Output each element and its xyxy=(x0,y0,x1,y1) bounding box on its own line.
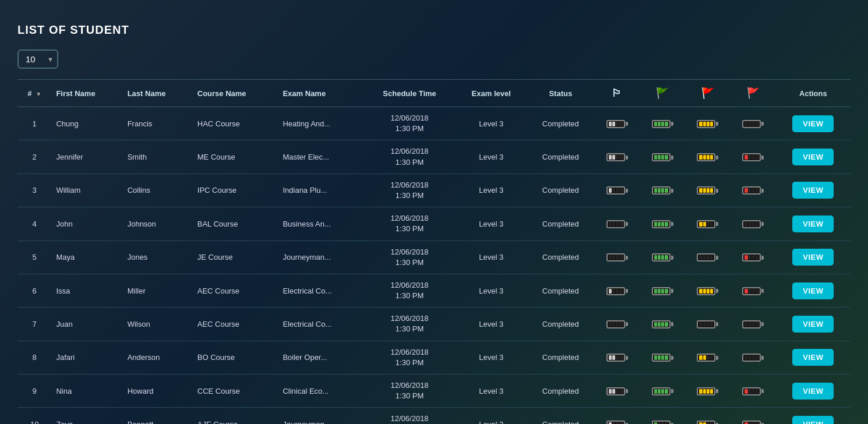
table-row: 5MayaJonesJE CourseJourneyman...12/06/20… xyxy=(17,241,851,274)
cell-exam-name: Heating And... xyxy=(278,107,364,140)
col-actions: Actions xyxy=(776,80,851,107)
cell-green-bat xyxy=(640,274,685,307)
cell-action: VIEW xyxy=(776,274,851,307)
cell-green-bat xyxy=(640,140,685,174)
cell-exam-name: Electrical Co... xyxy=(278,274,364,307)
table-row: 9NinaHowardCCE CourseClinical Eco...12/0… xyxy=(17,374,851,408)
view-button[interactable]: VIEW xyxy=(792,182,834,199)
cell-last-name: Jones xyxy=(123,241,193,274)
cell-green-bat xyxy=(640,341,685,374)
cell-green-bat xyxy=(640,207,685,241)
cell-red-bat xyxy=(731,274,776,307)
white-flag-icon: 🏳 xyxy=(612,87,622,100)
cell-yellow-bat xyxy=(685,274,731,307)
cell-yellow-bat xyxy=(685,174,731,207)
cell-course-name: JE Course xyxy=(193,241,278,274)
table-row: 4JohnJohnsonBAL CourseBusiness An...12/0… xyxy=(17,207,851,241)
col-status: Status xyxy=(527,80,594,107)
view-button[interactable]: VIEW xyxy=(792,316,834,333)
cell-exam-name: Journeyman... xyxy=(278,408,364,424)
green-flag-icon: 🚩 xyxy=(656,87,669,100)
cell-last-name: Smith xyxy=(123,140,193,174)
cell-action: VIEW xyxy=(776,107,851,140)
cell-red-bat xyxy=(731,140,776,174)
cell-last-name: Bennett xyxy=(123,408,193,424)
cell-white-bat xyxy=(594,174,640,207)
cell-course-name: HAC Course xyxy=(193,107,278,140)
cell-exam-name: Indiana Plu... xyxy=(278,174,364,207)
cell-action: VIEW xyxy=(776,174,851,207)
cell-green-bat xyxy=(640,241,685,274)
cell-schedule-time: 12/06/20181:30 PM xyxy=(364,308,456,341)
sort-icon: ▼ xyxy=(36,91,41,97)
cell-white-bat xyxy=(594,308,640,341)
cell-last-name: Miller xyxy=(123,274,193,307)
cell-white-bat xyxy=(594,241,640,274)
col-red-flag: 🚩 xyxy=(731,80,776,107)
cell-course-name: BO Course xyxy=(193,341,278,374)
cell-course-name: AJE Course xyxy=(193,408,278,424)
cell-action: VIEW xyxy=(776,241,851,274)
cell-first-name: Chung xyxy=(51,107,122,140)
cell-schedule-time: 12/06/20181:30 PM xyxy=(364,107,456,140)
table-header-row: # ▼ First Name Last Name Course Name Exa… xyxy=(17,80,851,107)
per-page-select[interactable]: 102550100 xyxy=(17,50,58,69)
view-button[interactable]: VIEW xyxy=(792,115,834,132)
view-button[interactable]: VIEW xyxy=(792,282,834,299)
cell-action: VIEW xyxy=(776,408,851,424)
cell-last-name: Collins xyxy=(123,174,193,207)
col-exam-level: Exam level xyxy=(456,80,527,107)
cell-exam-name: Master Elec... xyxy=(278,140,364,174)
cell-yellow-bat xyxy=(685,107,731,140)
cell-green-bat xyxy=(640,107,685,140)
student-table: # ▼ First Name Last Name Course Name Exa… xyxy=(17,79,851,424)
cell-schedule-time: 12/06/20181:30 PM xyxy=(364,374,456,408)
cell-first-name: William xyxy=(51,174,122,207)
cell-course-name: CCE Course xyxy=(193,374,278,408)
cell-first-name: Jennifer xyxy=(51,140,122,174)
cell-green-bat xyxy=(640,374,685,408)
cell-white-bat xyxy=(594,140,640,174)
col-white-flag: 🏳 xyxy=(594,80,640,107)
cell-red-bat xyxy=(731,408,776,424)
cell-white-bat xyxy=(594,341,640,374)
cell-exam-name: Journeyman... xyxy=(278,241,364,274)
cell-white-bat xyxy=(594,374,640,408)
table-row: 10ZoyaBennettAJE CourseJourneyman...12/0… xyxy=(17,408,851,424)
cell-action: VIEW xyxy=(776,140,851,174)
view-button[interactable]: VIEW xyxy=(792,383,834,400)
cell-green-bat xyxy=(640,308,685,341)
cell-schedule-time: 12/06/20181:30 PM xyxy=(364,274,456,307)
table-row: 6IssaMillerAEC CourseElectrical Co...12/… xyxy=(17,274,851,307)
cell-course-name: AEC Course xyxy=(193,274,278,307)
yellow-flag-icon: 🚩 xyxy=(701,87,714,100)
cell-first-name: Jafari xyxy=(51,341,122,374)
cell-course-name: IPC Course xyxy=(193,174,278,207)
view-button[interactable]: VIEW xyxy=(792,349,834,366)
cell-action: VIEW xyxy=(776,207,851,241)
cell-action: VIEW xyxy=(776,341,851,374)
view-button[interactable]: VIEW xyxy=(792,249,834,266)
cell-course-name: ME Course xyxy=(193,140,278,174)
cell-yellow-bat xyxy=(685,207,731,241)
cell-last-name: Johnson xyxy=(123,207,193,241)
cell-action: VIEW xyxy=(776,308,851,341)
view-button[interactable]: VIEW xyxy=(792,149,834,165)
cell-green-bat xyxy=(640,408,685,424)
col-course-name: Course Name xyxy=(193,80,278,107)
per-page-wrapper: 102550100 xyxy=(17,50,58,69)
table-row: 2JenniferSmithME CourseMaster Elec...12/… xyxy=(17,140,851,174)
cell-exam-name: Clinical Eco... xyxy=(278,374,364,408)
view-button[interactable]: VIEW xyxy=(792,215,834,232)
cell-schedule-time: 12/06/20181:30 PM xyxy=(364,241,456,274)
view-button[interactable]: VIEW xyxy=(792,416,834,424)
cell-yellow-bat xyxy=(685,408,731,424)
cell-first-name: Juan xyxy=(51,308,122,341)
cell-white-bat xyxy=(594,107,640,140)
cell-yellow-bat xyxy=(685,341,731,374)
cell-first-name: Issa xyxy=(51,274,122,307)
cell-red-bat xyxy=(731,107,776,140)
cell-white-bat xyxy=(594,207,640,241)
cell-red-bat xyxy=(731,174,776,207)
cell-yellow-bat xyxy=(685,308,731,341)
